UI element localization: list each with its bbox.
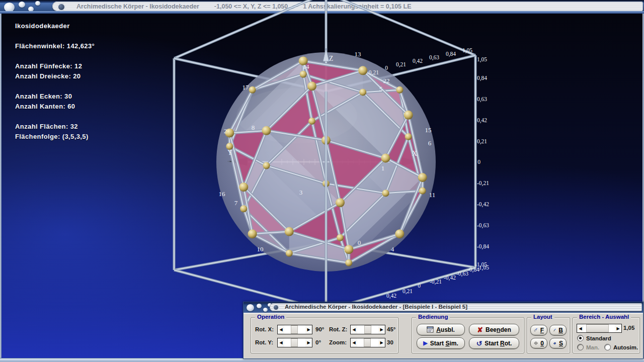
axis-tick-label: 0,42 xyxy=(477,117,487,123)
vertex-number-label: 4 xyxy=(391,245,394,253)
window-bubble-icon[interactable] xyxy=(247,304,254,311)
z-axis-label: Z xyxy=(329,55,334,63)
scrollbar-thumb[interactable] xyxy=(364,338,371,347)
layout-origin-button[interactable]: 0 xyxy=(530,338,547,348)
scrollbar-track[interactable] xyxy=(284,338,305,347)
scroll-left-icon[interactable]: ◀ xyxy=(278,325,284,334)
scrollbar-track[interactable] xyxy=(284,325,305,334)
window-bubble-icon[interactable] xyxy=(257,304,262,308)
scrollbar-track[interactable] xyxy=(357,325,378,334)
group-operation-label: Operation xyxy=(255,314,286,320)
scrollbar-thumb[interactable] xyxy=(586,324,609,332)
control-panel-window: Archimedische Körper - Ikosidodekaeder -… xyxy=(243,302,643,359)
radio-icon[interactable] xyxy=(604,344,611,350)
rot-z-scrollbar[interactable]: ◀ ▶ xyxy=(350,325,385,334)
axis-tick-label: 0,63 xyxy=(429,54,439,60)
axis-tick-label: 0 xyxy=(385,65,388,71)
rot-x-label: Rot. X: xyxy=(255,326,274,332)
panel-titlebar-plate: Archimedische Körper - Ikosidodekaeder -… xyxy=(270,303,642,311)
rot-z-label: Rot. Z: xyxy=(329,326,347,332)
info-spacer xyxy=(15,113,95,123)
axis-tick-label: -0,42 xyxy=(444,275,456,281)
info-line: Anzahl Ecken: 30 xyxy=(15,93,95,103)
info-spacer xyxy=(15,52,95,62)
info-line: Ikosidodekaeder xyxy=(15,22,95,32)
start-sim-button[interactable]: ▶ Start Sim. xyxy=(417,337,465,349)
vertex-number-label: 10 xyxy=(257,245,264,253)
scrollbar-track[interactable] xyxy=(584,324,615,332)
start-rot-button[interactable]: ↺ Start Rot. xyxy=(469,337,519,349)
radio-icon[interactable] xyxy=(577,335,584,341)
scroll-right-icon[interactable]: ▶ xyxy=(305,325,312,334)
axis-tick-label: -0,63 xyxy=(456,270,468,277)
scroll-left-icon[interactable]: ◀ xyxy=(351,325,357,334)
vertex-number-label: 15 xyxy=(425,126,432,134)
radio-standard[interactable]: Standard xyxy=(577,335,611,341)
axis-tick-label: 0 xyxy=(477,159,480,165)
axis-tick-label: -0,63 xyxy=(477,222,489,228)
axis-tick-label: 1,05 xyxy=(462,47,472,53)
scroll-left-icon[interactable]: ◀ xyxy=(278,338,284,347)
rot-y-label: Rot. Y: xyxy=(255,339,273,345)
scroll-right-icon[interactable]: ▶ xyxy=(378,338,385,347)
vertex-number-label: 6 xyxy=(428,139,432,147)
zoom-label: Zoom: xyxy=(329,339,347,345)
fill-icon xyxy=(553,340,556,346)
layout-f-button[interactable]: F xyxy=(530,325,547,335)
origin-icon xyxy=(534,340,538,346)
axis-tick-label: 0,42 xyxy=(413,58,423,64)
scroll-right-icon[interactable]: ▶ xyxy=(615,324,621,332)
info-line: Flächenwinkel: 142,623° xyxy=(15,42,95,52)
axis-tick-label: 0 xyxy=(418,283,421,289)
group-bedienung-label: Bedienung xyxy=(416,314,450,320)
info-line: Anzahl Flächen: 32 xyxy=(15,123,95,133)
rot-y-value: 0° xyxy=(315,339,321,345)
group-layout-label: Layout xyxy=(531,314,554,320)
panel-title: Archimedische Körper - Ikosidodekaeder -… xyxy=(285,304,467,310)
scroll-right-icon[interactable]: ▶ xyxy=(378,325,385,334)
vertex-number-label: 11 xyxy=(429,191,436,199)
scrollbar-track[interactable] xyxy=(357,338,378,347)
play-icon: ▶ xyxy=(423,340,427,346)
bereich-scrollbar[interactable]: ◀ ▶ xyxy=(577,324,622,333)
beenden-button[interactable]: ✘ Beenden xyxy=(469,324,519,335)
info-line: Anzahl Kanten: 60 xyxy=(15,103,95,113)
zoom-scrollbar[interactable]: ◀ ▶ xyxy=(350,338,385,347)
radio-autosim[interactable]: Autosim. xyxy=(604,344,638,350)
axis-tick-label: 0,21 xyxy=(403,288,413,294)
rot-x-value: 90° xyxy=(315,326,324,332)
info-spacer xyxy=(15,82,95,93)
group-bereich: Bereich - Auswahl ◀ ▶ 1,05 Standard Man. xyxy=(573,317,640,353)
window-bubble-icon[interactable] xyxy=(263,308,268,312)
rot-x-scrollbar[interactable]: ◀ ▶ xyxy=(277,325,312,334)
scrollbar-thumb[interactable] xyxy=(364,325,371,334)
scroll-left-icon[interactable]: ◀ xyxy=(577,324,584,332)
y-axis-label: Y xyxy=(227,149,232,157)
axis-tick-label: 0,84 xyxy=(477,75,487,81)
brush-icon xyxy=(534,327,538,333)
vertex-number-label: 1 xyxy=(381,164,385,172)
zoom-value: 30 xyxy=(387,339,393,345)
info-line: Anzahl Dreiecke: 20 xyxy=(15,72,95,82)
layout-s-button[interactable]: S xyxy=(549,338,567,348)
rot-y-scrollbar[interactable]: ◀ ▶ xyxy=(277,338,312,347)
axis-tick-label: 0,84 xyxy=(446,51,456,57)
scroll-left-icon[interactable]: ◀ xyxy=(351,338,357,347)
info-line: Flächenfolge: (3,5,3,5) xyxy=(15,133,95,143)
window-border-left xyxy=(0,14,2,358)
radio-manuell[interactable]: Man. xyxy=(577,344,599,350)
axis-tick-label: 0,21 xyxy=(477,138,487,144)
scrollbar-thumb[interactable] xyxy=(291,338,298,347)
radio-icon[interactable] xyxy=(577,344,584,350)
scroll-right-icon[interactable]: ▶ xyxy=(305,338,312,347)
layout-b-button[interactable]: B xyxy=(549,325,567,335)
vertex-number-label: 3 xyxy=(299,189,303,197)
scrollbar-thumb[interactable] xyxy=(291,325,298,334)
ausblenden-button[interactable]: Ausbl. xyxy=(417,324,465,335)
app-window: Archimedische Körper - Ikosidodekaeder -… xyxy=(0,0,644,362)
x-axis-label: X xyxy=(412,150,417,158)
axis-tick-label: 1,05 xyxy=(477,56,487,62)
group-bedienung: Bedienung Ausbl. ✘ Beenden ▶ Start Sim. … xyxy=(412,317,524,353)
vertex-number-label: 17 xyxy=(243,83,249,92)
vertex-number-label: 8 xyxy=(252,124,255,132)
